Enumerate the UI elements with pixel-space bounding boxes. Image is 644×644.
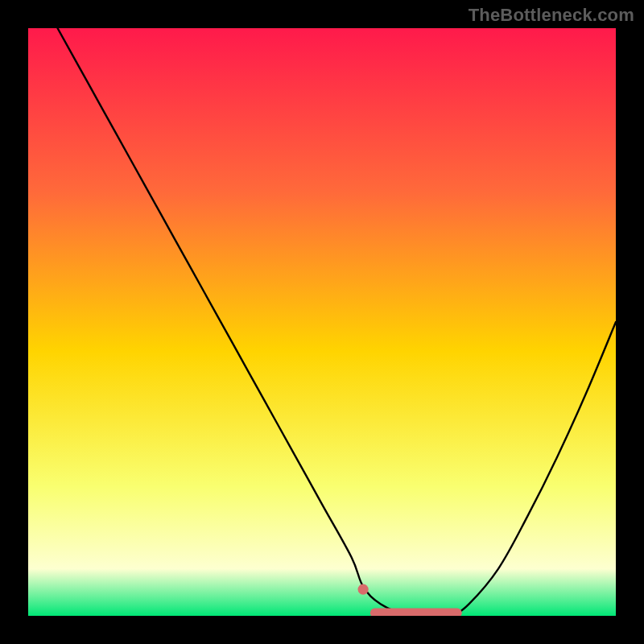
plot-area — [28, 28, 616, 616]
optimal-point-marker — [358, 584, 369, 595]
bottleneck-curve-svg — [28, 28, 616, 616]
bottleneck-curve — [58, 28, 617, 616]
watermark-text: TheBottleneck.com — [469, 5, 634, 26]
chart-frame: TheBottleneck.com — [0, 0, 644, 644]
